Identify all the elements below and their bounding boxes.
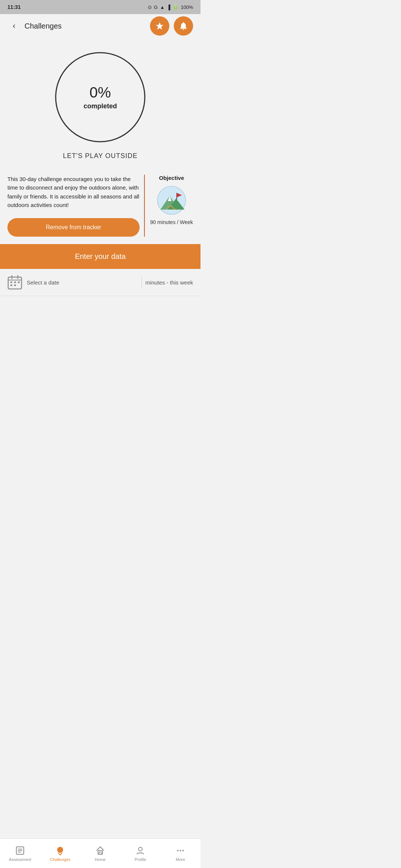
content-right: Objective 90 minutes / Week [145, 175, 193, 237]
challenge-description: This 30-day challenge encourages you to … [7, 175, 140, 209]
remove-from-tracker-button[interactable]: Remove from tracker [7, 218, 140, 237]
notifications-button[interactable] [174, 16, 193, 36]
progress-label: completed [84, 102, 117, 110]
progress-circle-container: 0% completed [52, 49, 149, 145]
objective-label: Objective [159, 175, 184, 181]
progress-area: 0% completed LET'S PLAY OUTSIDE [0, 38, 200, 167]
challenge-title: LET'S PLAY OUTSIDE [63, 152, 138, 160]
minutes-label: minutes - this week [146, 279, 193, 286]
svg-rect-12 [10, 282, 12, 283]
svg-rect-14 [18, 282, 20, 283]
calendar-icon [7, 275, 22, 290]
status-icons: ⊙ G ▲ ▐ 🔋 100% [148, 4, 193, 10]
select-date-label[interactable]: Select a date [27, 279, 138, 286]
achievements-button[interactable] [150, 16, 169, 36]
objective-value: 90 minutes / Week [150, 219, 193, 226]
content-section: This 30-day challenge encourages you to … [0, 167, 200, 244]
objective-icon [157, 185, 186, 215]
status-bar: 11:31 ⊙ G ▲ ▐ 🔋 100% [0, 0, 200, 14]
back-button[interactable]: ‹ [7, 19, 21, 33]
progress-percent: 0% [84, 84, 117, 101]
battery-icon: 🔋 [173, 4, 179, 10]
back-arrow-icon: ‹ [13, 21, 15, 31]
circle-text: 0% completed [84, 84, 117, 110]
svg-rect-16 [14, 285, 16, 286]
nav-icon-group [150, 16, 193, 36]
star-icon [155, 21, 164, 31]
bell-icon [179, 21, 188, 31]
svg-rect-15 [10, 285, 12, 286]
content-left: This 30-day challenge encourages you to … [7, 175, 145, 237]
enter-data-button[interactable]: Enter your data [0, 244, 200, 269]
top-nav: ‹ Challenges [0, 14, 200, 38]
signal-icon: ▐ [167, 4, 170, 10]
google-icon: G [154, 4, 158, 10]
svg-rect-13 [14, 282, 16, 283]
sim-icon: ⊙ [148, 4, 152, 10]
date-row: Select a date minutes - this week [0, 269, 200, 296]
date-divider [141, 277, 142, 288]
bottom-spacer [0, 296, 200, 326]
page-title: Challenges [25, 22, 62, 30]
status-time: 11:31 [7, 4, 21, 10]
battery-percent: 100% [181, 4, 193, 10]
wifi-icon: ▲ [160, 4, 165, 10]
